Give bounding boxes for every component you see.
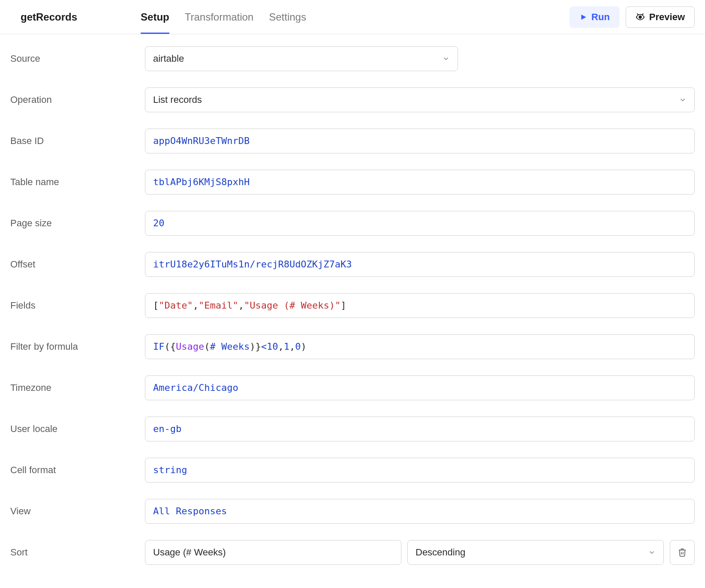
- tab-transformation[interactable]: Transformation: [185, 0, 254, 34]
- view-value: All Responses: [153, 507, 227, 516]
- run-button-label: Run: [591, 12, 610, 23]
- row-page-size: Page size 20: [10, 211, 695, 236]
- delete-sort-button[interactable]: [670, 540, 695, 565]
- base-id-input[interactable]: appO4WnRU3eTWnrDB: [145, 129, 695, 153]
- sort-controls: Usage (# Weeks) Descending: [145, 540, 695, 565]
- row-filter: Filter by formula IF({Usage (# Weeks)} <…: [10, 334, 695, 359]
- table-name-input[interactable]: tblAPbj6KMjS8pxhH: [145, 170, 695, 195]
- tab-label: Settings: [269, 11, 306, 23]
- label-timezone: Timezone: [10, 382, 145, 393]
- label-operation: Operation: [10, 94, 145, 105]
- operation-select-value: List records: [153, 94, 202, 105]
- tab-setup[interactable]: Setup: [141, 0, 169, 34]
- source-select[interactable]: airtable: [145, 46, 458, 71]
- timezone-value: America/Chicago: [153, 383, 238, 393]
- header-left: getRecords Setup Transformation Settings: [10, 0, 306, 34]
- chevron-down-icon: [648, 549, 656, 556]
- page-size-value: 20: [153, 219, 165, 228]
- play-icon: [579, 13, 587, 21]
- label-view: View: [10, 506, 145, 517]
- table-name-value: tblAPbj6KMjS8pxhH: [153, 177, 250, 187]
- sort-field-value: Usage (# Weeks): [153, 547, 226, 558]
- fields-input[interactable]: ["Date", "Email", "Usage (# Weeks)"]: [145, 293, 695, 318]
- base-id-value: appO4WnRU3eTWnrDB: [153, 136, 250, 146]
- operation-select[interactable]: List records: [145, 87, 695, 112]
- row-offset: Offset itrU18e2y6ITuMs1n/recjR8UdOZKjZ7a…: [10, 252, 695, 277]
- offset-input[interactable]: itrU18e2y6ITuMs1n/recjR8UdOZKjZ7aK3: [145, 252, 695, 277]
- offset-value: itrU18e2y6ITuMs1n/recjR8UdOZKjZ7aK3: [153, 260, 352, 269]
- eye-icon: [636, 12, 645, 22]
- svg-point-0: [639, 16, 642, 18]
- row-source: Source airtable: [10, 46, 695, 71]
- user-locale-value: en-gb: [153, 424, 181, 434]
- sort-direction-value: Descending: [416, 547, 465, 558]
- row-user-locale: User locale en-gb: [10, 417, 695, 441]
- chevron-down-icon: [442, 55, 450, 63]
- page-size-input[interactable]: 20: [145, 211, 695, 236]
- cell-format-value: string: [153, 465, 187, 475]
- filter-input[interactable]: IF({Usage (# Weeks)} < 10, 1, 0): [145, 334, 695, 359]
- tab-label: Setup: [141, 11, 169, 23]
- label-sort: Sort: [10, 547, 145, 558]
- row-operation: Operation List records: [10, 87, 695, 112]
- source-select-value: airtable: [153, 53, 184, 64]
- row-sort: Sort Usage (# Weeks) Descending: [10, 540, 695, 565]
- preview-button-label: Preview: [649, 12, 685, 23]
- header-bar: getRecords Setup Transformation Settings…: [0, 0, 705, 34]
- label-base-id: Base ID: [10, 135, 145, 147]
- row-table-name: Table name tblAPbj6KMjS8pxhH: [10, 170, 695, 195]
- query-title: getRecords: [10, 11, 77, 23]
- form-body: Source airtable Operation List records B…: [0, 34, 705, 565]
- tab-settings[interactable]: Settings: [269, 0, 306, 34]
- sort-direction-select[interactable]: Descending: [407, 540, 664, 565]
- tab-label: Transformation: [185, 11, 254, 23]
- row-timezone: Timezone America/Chicago: [10, 375, 695, 400]
- run-button[interactable]: Run: [569, 6, 620, 28]
- row-cell-format: Cell format string: [10, 458, 695, 483]
- timezone-input[interactable]: America/Chicago: [145, 375, 695, 400]
- label-offset: Offset: [10, 259, 145, 270]
- label-filter: Filter by formula: [10, 341, 145, 352]
- label-source: Source: [10, 53, 145, 64]
- chevron-down-icon: [679, 96, 687, 104]
- label-fields: Fields: [10, 300, 145, 311]
- tabs: Setup Transformation Settings: [141, 0, 306, 34]
- header-right: Run Preview: [569, 6, 695, 28]
- row-base-id: Base ID appO4WnRU3eTWnrDB: [10, 129, 695, 153]
- label-cell-format: Cell format: [10, 465, 145, 476]
- cell-format-input[interactable]: string: [145, 458, 695, 483]
- trash-icon: [678, 548, 687, 557]
- row-view: View All Responses: [10, 499, 695, 524]
- view-input[interactable]: All Responses: [145, 499, 695, 524]
- label-user-locale: User locale: [10, 423, 145, 435]
- sort-field-select[interactable]: Usage (# Weeks): [145, 540, 401, 565]
- label-page-size: Page size: [10, 218, 145, 229]
- user-locale-input[interactable]: en-gb: [145, 417, 695, 441]
- svg-line-1: [637, 13, 638, 15]
- label-table-name: Table name: [10, 177, 145, 188]
- row-fields: Fields ["Date", "Email", "Usage (# Weeks…: [10, 293, 695, 318]
- preview-button[interactable]: Preview: [626, 6, 695, 28]
- svg-line-2: [642, 13, 643, 15]
